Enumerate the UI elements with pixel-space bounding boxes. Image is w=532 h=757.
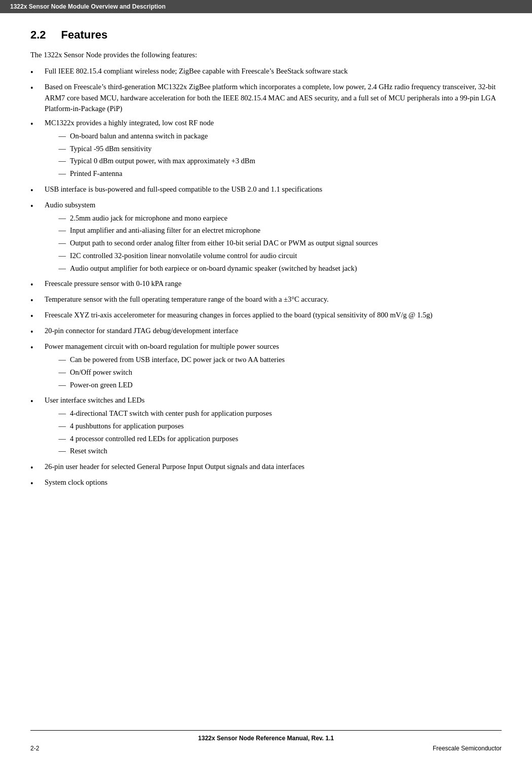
- bullet-item: •System clock options: [30, 477, 502, 490]
- dash-marker: —: [45, 367, 70, 378]
- sub-item: —Output path to second order analog filt…: [45, 238, 502, 249]
- bullet-text: 26-pin user header for selected General …: [45, 461, 502, 473]
- bullet-marker: •: [30, 310, 45, 322]
- dash-marker: —: [45, 168, 70, 179]
- sub-item: —Can be powered from USB interface, DC p…: [45, 354, 502, 366]
- footer-right: Freescale Semiconductor: [433, 745, 502, 752]
- dash-text: Output path to second order analog filte…: [70, 238, 502, 249]
- footer-bottom: 2-2 Freescale Semiconductor: [0, 742, 532, 757]
- dash-marker: —: [45, 225, 70, 236]
- bullet-item: •20-pin connector for standard JTAG debu…: [30, 326, 502, 338]
- sub-item: —On-board balun and antenna switch in pa…: [45, 131, 502, 142]
- bullet-marker: •: [30, 326, 45, 338]
- bullet-marker: •: [30, 395, 45, 408]
- bullet-marker: •: [30, 185, 45, 197]
- dash-text: I2C controlled 32-position linear nonvol…: [70, 250, 502, 262]
- bullet-text: Freescale pressure sensor with 0-10 kPA …: [45, 278, 502, 290]
- dash-text: Input amplifier and anti-aliasing filter…: [70, 225, 502, 236]
- bullet-text: Audio subsystem—2.5mm audio jack for mic…: [45, 200, 502, 276]
- dash-text: Can be powered from USB interface, DC po…: [70, 354, 502, 366]
- dash-marker: —: [45, 354, 70, 366]
- sub-item: —Reset switch: [45, 446, 502, 457]
- bullet-marker: •: [30, 462, 45, 474]
- dash-text: Audio output amplifier for both earpiece…: [70, 263, 502, 274]
- features-list: •Full IEEE 802.15.4 compliant wireless n…: [30, 66, 502, 490]
- dash-marker: —: [45, 434, 70, 445]
- section-heading: 2.2 Features: [30, 28, 502, 42]
- section-number: 2.2: [30, 28, 46, 42]
- bullet-text: Based on Freescale’s third-generation MC…: [45, 82, 502, 115]
- intro-paragraph: The 1322x Sensor Node provides the follo…: [30, 50, 502, 61]
- bullet-item: •Power management circuit with on-board …: [30, 341, 502, 392]
- bullet-item: •USB interface is bus-powered and full-s…: [30, 184, 502, 197]
- dash-text: 4 processor controlled red LEDs for appl…: [70, 434, 502, 445]
- page: 1322x Sensor Node Module Overview and De…: [0, 0, 532, 757]
- dash-marker: —: [45, 408, 70, 419]
- footer: 1322x Sensor Node Reference Manual, Rev.…: [30, 730, 502, 742]
- dash-marker: —: [45, 446, 70, 457]
- sub-item: —4-directional TACT switch with center p…: [45, 408, 502, 419]
- main-content: 2.2 Features The 1322x Sensor Node provi…: [0, 13, 532, 730]
- bullet-text: Temperature sensor with the full operati…: [45, 294, 502, 305]
- bullet-item: •Temperature sensor with the full operat…: [30, 294, 502, 307]
- sub-item: —On/Off power switch: [45, 367, 502, 378]
- dash-text: Typical -95 dBm sensitivity: [70, 143, 502, 155]
- dash-text: Reset switch: [70, 446, 502, 457]
- footer-center: 1322x Sensor Node Reference Manual, Rev.…: [198, 735, 334, 742]
- sub-list: —On-board balun and antenna switch in pa…: [45, 131, 502, 179]
- sub-item: —4 processor controlled red LEDs for app…: [45, 434, 502, 445]
- bullet-marker: •: [30, 118, 45, 130]
- dash-text: Printed F-antenna: [70, 168, 502, 179]
- dash-text: 2.5mm audio jack for microphone and mono…: [70, 213, 502, 224]
- bullet-text: Full IEEE 802.15.4 compliant wireless no…: [45, 66, 502, 77]
- sub-item: —4 pushbuttons for application purposes: [45, 421, 502, 432]
- bullet-item: •User interface switches and LEDs—4-dire…: [30, 395, 502, 458]
- bullet-text: User interface switches and LEDs—4-direc…: [45, 395, 502, 458]
- bullet-marker: •: [30, 279, 45, 291]
- sub-item: —Power-on green LED: [45, 380, 502, 391]
- dash-marker: —: [45, 156, 70, 167]
- dash-text: 4 pushbuttons for application purposes: [70, 421, 502, 432]
- bullet-text: 20-pin connector for standard JTAG debug…: [45, 326, 502, 337]
- dash-text: On/Off power switch: [70, 367, 502, 378]
- dash-text: On-board balun and antenna switch in pac…: [70, 131, 502, 142]
- dash-text: 4-directional TACT switch with center pu…: [70, 408, 502, 419]
- bullet-item: •Freescale pressure sensor with 0-10 kPA…: [30, 278, 502, 291]
- sub-item: —Printed F-antenna: [45, 168, 502, 179]
- bullet-item: •MC1322x provides a highly integrated, l…: [30, 118, 502, 181]
- bullet-item: •Audio subsystem—2.5mm audio jack for mi…: [30, 200, 502, 276]
- dash-text: Power-on green LED: [70, 380, 502, 391]
- sub-item: —Audio output amplifier for both earpiec…: [45, 263, 502, 274]
- bullet-marker: •: [30, 295, 45, 307]
- dash-marker: —: [45, 250, 70, 262]
- bullet-marker: •: [30, 200, 45, 212]
- dash-marker: —: [45, 380, 70, 391]
- sub-item: —Input amplifier and anti-aliasing filte…: [45, 225, 502, 236]
- dash-text: Typical 0 dBm output power, with max app…: [70, 156, 502, 167]
- dash-marker: —: [45, 213, 70, 224]
- bullet-text: System clock options: [45, 477, 502, 488]
- sub-list: —Can be powered from USB interface, DC p…: [45, 354, 502, 390]
- dash-marker: —: [45, 421, 70, 432]
- sub-item: —Typical 0 dBm output power, with max ap…: [45, 156, 502, 167]
- sub-item: —2.5mm audio jack for microphone and mon…: [45, 213, 502, 224]
- dash-marker: —: [45, 263, 70, 274]
- dash-marker: —: [45, 131, 70, 142]
- sub-item: —Typical -95 dBm sensitivity: [45, 143, 502, 155]
- bullet-marker: •: [30, 478, 45, 490]
- sub-list: —4-directional TACT switch with center p…: [45, 408, 502, 457]
- bullet-item: •Freescale XYZ tri-axis accelerometer fo…: [30, 310, 502, 322]
- bullet-item: •26-pin user header for selected General…: [30, 461, 502, 474]
- section-title: Features: [61, 28, 108, 42]
- page-header: 1322x Sensor Node Module Overview and De…: [0, 0, 532, 13]
- bullet-text: MC1322x provides a highly integrated, lo…: [45, 118, 502, 181]
- bullet-marker: •: [30, 66, 45, 79]
- sub-item: —I2C controlled 32-position linear nonvo…: [45, 250, 502, 262]
- bullet-marker: •: [30, 342, 45, 354]
- bullet-text: Power management circuit with on-board r…: [45, 341, 502, 392]
- header-title: 1322x Sensor Node Module Overview and De…: [10, 3, 166, 10]
- bullet-item: •Based on Freescale’s third-generation M…: [30, 82, 502, 115]
- dash-marker: —: [45, 143, 70, 155]
- dash-marker: —: [45, 238, 70, 249]
- sub-list: —2.5mm audio jack for microphone and mon…: [45, 213, 502, 274]
